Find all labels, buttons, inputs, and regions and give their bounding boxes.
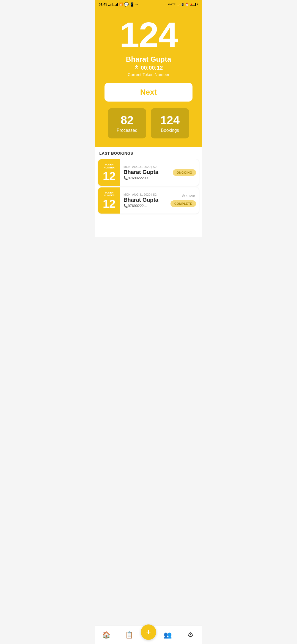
booking-right-1: ONGOING	[170, 159, 199, 186]
token-badge-number-2: 12	[103, 198, 116, 210]
timer-icon: ⏱	[134, 65, 139, 71]
stats-row: 82 Processed 124 Bookings	[108, 108, 189, 138]
booking-name-1: Bharat Gupta	[123, 169, 167, 175]
app-icon: 📱	[130, 2, 134, 7]
status-left: 01:45 📶 💬 📱 ···	[99, 2, 138, 7]
token-badge-label-1: TOKENNUMBER	[104, 163, 115, 169]
hero-section: 124 Bharat Gupta ⏱ 00:00:12 Current Toke…	[95, 9, 202, 147]
processed-count: 82	[116, 114, 138, 127]
bookings-label: Bookings	[159, 128, 181, 133]
last-bookings-title: LAST BOOKINGS	[95, 147, 202, 158]
signal-bars	[108, 2, 112, 6]
processed-stat-card: 82 Processed	[108, 108, 146, 138]
battery-icon	[190, 3, 196, 6]
battery-percent: 7	[197, 3, 198, 6]
status-bar: 01:45 📶 💬 📱 ··· VoLTE 🌙 📳 ⏰ 7	[95, 0, 202, 9]
wifi-icon: 📶	[119, 2, 123, 6]
vibrate-icon: 📳	[181, 3, 184, 6]
current-token-number: 124	[120, 17, 178, 53]
status-right: VoLTE 🌙 📳 ⏰ 7	[168, 3, 198, 6]
time: 01:45	[99, 2, 107, 6]
booking-phone-2: 📞97690222...	[123, 204, 164, 208]
booking-info-2: MON, AUG 31 2020 | S2 Bharat Gupta 📞9769…	[120, 187, 168, 214]
moon-icon: 🌙	[177, 3, 180, 6]
battery-fill	[191, 4, 192, 5]
booking-right-2: ⏱ 5 Min. COMPLETE	[168, 187, 199, 214]
duration-icon: ⏱	[182, 194, 185, 198]
current-person-name: Bharat Gupta	[126, 55, 171, 64]
bottom-section: LAST BOOKINGS TOKENNUMBER 12 MON, AUG 31…	[95, 147, 202, 237]
booking-phone-1: 📞9769022209	[123, 176, 167, 180]
current-token-label: Current Token Number	[128, 72, 169, 77]
status-badge-complete: COMPLETE	[170, 200, 196, 207]
whatsapp-icon: 💬	[124, 2, 129, 7]
bookings-count: 124	[159, 114, 181, 127]
booking-info-1: MON, AUG 31 2020 | S2 Bharat Gupta 📞9769…	[120, 159, 170, 186]
timer-display: ⏱ 00:00:12	[134, 65, 163, 71]
volte-icon: VoLTE	[168, 3, 175, 6]
signal-bars-2	[114, 2, 118, 6]
booking-card-1[interactable]: TOKENNUMBER 12 MON, AUG 31 2020 | S2 Bha…	[98, 159, 199, 186]
booking-date-2: MON, AUG 31 2020 | S2	[123, 193, 164, 196]
status-badge-ongoing: ONGOING	[173, 169, 196, 176]
more-icon: ···	[136, 2, 138, 6]
booking-date-1: MON, AUG 31 2020 | S2	[123, 165, 167, 168]
booking-duration: ⏱ 5 Min.	[182, 194, 196, 198]
next-button[interactable]: Next	[105, 83, 193, 102]
duration-value: 5 Min.	[186, 194, 196, 198]
booking-name-2: Bharat Gupta	[123, 197, 164, 203]
token-badge-label-2: TOKENNUMBER	[104, 191, 115, 197]
token-badge-2: TOKENNUMBER 12	[98, 187, 120, 214]
alarm-icon: ⏰	[185, 3, 189, 6]
token-badge-number-1: 12	[103, 170, 116, 182]
booking-card-2[interactable]: TOKENNUMBER 12 MON, AUG 31 2020 | S2 Bha…	[98, 187, 199, 214]
token-badge-1: TOKENNUMBER 12	[98, 159, 120, 186]
timer-value: 00:00:12	[141, 65, 163, 71]
processed-label: Processed	[116, 128, 138, 133]
bookings-stat-card: 124 Bookings	[151, 108, 189, 138]
